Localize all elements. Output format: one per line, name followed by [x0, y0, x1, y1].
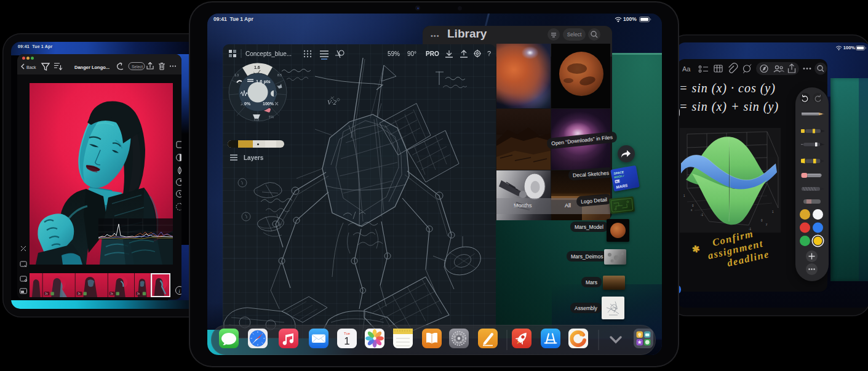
svg-text:6'19: 6'19: [254, 118, 260, 121]
svg-text:1.6 pts: 1.6 pts: [256, 79, 271, 84]
svg-text:1.6: 1.6: [254, 65, 260, 70]
svg-text:5'91: 5'91: [269, 116, 274, 119]
svg-text:MARS: MARS: [616, 183, 629, 189]
svg-text:1.3: 1.3: [234, 73, 239, 77]
svg-text:PRO: PRO: [426, 50, 439, 57]
svg-text:Aa: Aa: [682, 65, 691, 73]
svg-text:Back: Back: [26, 65, 36, 70]
svg-text:-1: -1: [701, 213, 703, 217]
svg-text:Danger Longo...: Danger Longo...: [74, 65, 109, 70]
svg-text:59%: 59%: [388, 50, 400, 57]
svg-text:90°: 90°: [407, 50, 416, 57]
svg-text:Layers: Layers: [244, 154, 264, 161]
svg-text:V·2: V·2: [327, 98, 336, 106]
svg-text:8.5: 8.5: [277, 73, 282, 77]
svg-text:Tue: Tue: [344, 332, 351, 335]
svg-text:PLZ: PLZ: [615, 180, 621, 183]
svg-text:Concepts_blue...: Concepts_blue...: [245, 50, 292, 57]
svg-text:1: 1: [344, 335, 349, 347]
svg-text:Select: Select: [132, 65, 143, 69]
svg-text:100%: 100%: [263, 102, 274, 106]
svg-text:i: i: [179, 289, 180, 294]
svg-text:?: ?: [487, 50, 491, 57]
svg-text:0%: 0%: [244, 102, 251, 106]
